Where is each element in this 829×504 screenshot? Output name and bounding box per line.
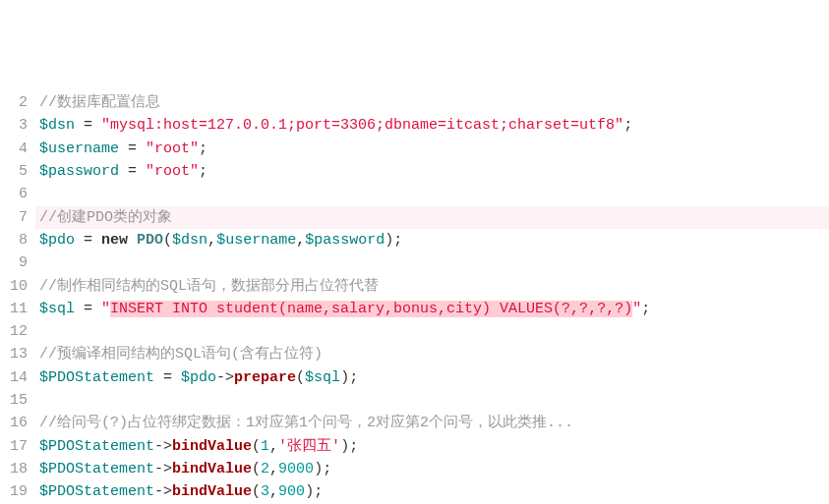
code-line[interactable]: //数据库配置信息 <box>39 91 829 114</box>
code-line[interactable]: $username = "root"; <box>39 138 829 160</box>
code-line[interactable] <box>39 183 829 205</box>
selected-text: INSERT INTO student(name,salary,bonus,ci… <box>110 301 632 317</box>
comment-token: //创建PDO类的对象 <box>39 209 172 226</box>
line-number: 8 <box>0 229 28 252</box>
code-line[interactable]: $PDOStatement->bindValue(3,900); <box>39 480 829 503</box>
code-line[interactable]: $PDOStatement->bindValue(2,9000); <box>39 458 829 480</box>
variable-token: $pdo <box>39 232 75 249</box>
line-number: 12 <box>0 320 28 343</box>
code-editor[interactable]: 234567891011121314151617181920212223 //数… <box>0 91 829 504</box>
function-token: bindValue <box>172 483 252 500</box>
line-number-gutter: 234567891011121314151617181920212223 <box>0 91 35 504</box>
code-area[interactable]: //数据库配置信息$dsn = "mysql:host=127.0.0.1;po… <box>35 91 829 504</box>
variable-token: $dsn <box>39 117 75 134</box>
variable-token: $PDOStatement <box>39 369 154 386</box>
keyword-token: new <box>101 232 128 249</box>
line-number: 9 <box>0 252 28 274</box>
number-token: 2 <box>261 461 269 477</box>
variable-token: $PDOStatement <box>39 483 154 500</box>
line-number: 4 <box>0 138 28 160</box>
code-line-highlighted[interactable]: //创建PDO类的对象 <box>35 206 829 229</box>
code-line[interactable]: $pdo = new PDO($dsn,$username,$password)… <box>39 229 829 252</box>
number-token: 9000 <box>278 461 314 477</box>
line-number: 7 <box>0 206 28 229</box>
line-number: 6 <box>0 183 28 205</box>
comment-token: //制作相同结构的SQL语句，数据部分用占位符代替 <box>39 278 379 295</box>
function-token: bindValue <box>172 438 252 455</box>
code-line[interactable]: $sql = "INSERT INTO student(name,salary,… <box>39 298 829 320</box>
string-token: '张四五' <box>278 438 340 455</box>
line-number: 18 <box>0 458 28 480</box>
variable-token: $PDOStatement <box>39 438 154 455</box>
number-token: 900 <box>278 483 305 500</box>
function-token: prepare <box>234 369 296 386</box>
variable-token: $PDOStatement <box>39 461 154 477</box>
code-line[interactable]: $password = "root"; <box>39 160 829 183</box>
variable-token: $sql <box>39 301 75 317</box>
line-number: 17 <box>0 435 28 458</box>
function-token: bindValue <box>172 461 252 477</box>
code-line[interactable] <box>39 320 829 343</box>
line-number: 14 <box>0 366 28 389</box>
code-line[interactable]: //预编译相同结构的SQL语句(含有占位符) <box>39 343 829 365</box>
code-line[interactable]: $PDOStatement->bindValue(1,'张四五'); <box>39 435 829 458</box>
code-line[interactable]: $dsn = "mysql:host=127.0.0.1;port=3306;d… <box>39 114 829 137</box>
line-number: 10 <box>0 275 28 298</box>
code-line[interactable]: //给问号(?)占位符绑定数据：1对应第1个问号，2对应第2个问号，以此类推..… <box>39 412 829 434</box>
comment-token: //预编译相同结构的SQL语句(含有占位符) <box>39 346 323 363</box>
code-line[interactable]: //制作相同结构的SQL语句，数据部分用占位符代替 <box>39 275 829 298</box>
string-token: "root" <box>146 163 199 180</box>
class-token: PDO <box>137 232 163 249</box>
code-line[interactable] <box>39 252 829 274</box>
number-token: 3 <box>261 483 269 500</box>
line-number: 16 <box>0 412 28 434</box>
line-number: 19 <box>0 480 28 503</box>
string-token: "mysql:host=127.0.0.1;port=3306;dbname=i… <box>101 117 623 134</box>
line-number: 13 <box>0 343 28 365</box>
number-token: 1 <box>261 438 269 455</box>
comment-token: //数据库配置信息 <box>39 94 160 111</box>
line-number: 15 <box>0 389 28 412</box>
variable-token: $username <box>39 140 119 157</box>
string-token: "root" <box>146 140 199 157</box>
line-number: 11 <box>0 298 28 320</box>
code-line[interactable] <box>39 389 829 412</box>
comment-token: //给问号(?)占位符绑定数据：1对应第1个问号，2对应第2个问号，以此类推..… <box>39 415 573 431</box>
variable-token: $password <box>39 163 119 180</box>
code-line[interactable]: $PDOStatement = $pdo->prepare($sql); <box>39 366 829 389</box>
line-number: 3 <box>0 114 28 137</box>
line-number: 2 <box>0 91 28 114</box>
line-number: 5 <box>0 160 28 183</box>
